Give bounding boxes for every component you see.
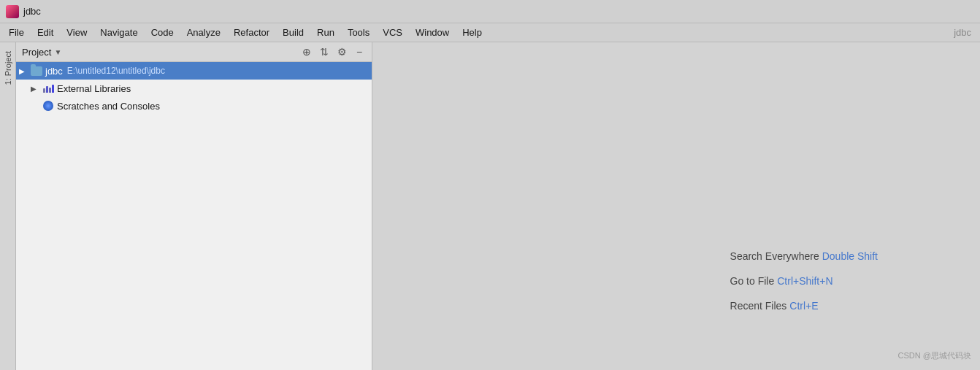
- locate-icon[interactable]: ⊕: [300, 45, 313, 58]
- menu-file[interactable]: File: [3, 26, 30, 39]
- libraries-icon: [42, 82, 54, 94]
- shortcut-recent-key: Ctrl+E: [789, 300, 818, 312]
- sort-icon[interactable]: ⇅: [318, 45, 331, 58]
- title-bar: jdbc: [0, 0, 980, 23]
- shortcut-search-text: Search Everywhere: [730, 250, 819, 262]
- jdbc-label: jdbc: [45, 66, 63, 77]
- tree-arrow-jdbc: ▶: [19, 67, 28, 75]
- panel-icons: ⊕ ⇅ ⚙ −: [300, 45, 366, 58]
- sidebar-tab[interactable]: 1: Project: [0, 42, 16, 370]
- menu-refactor[interactable]: Refactor: [228, 26, 275, 39]
- settings-icon[interactable]: ⚙: [335, 45, 348, 58]
- panel-title-dropdown-icon[interactable]: ▼: [54, 48, 61, 56]
- menu-tools[interactable]: Tools: [342, 26, 375, 39]
- app-logo: [6, 5, 19, 18]
- shortcut-goto-key: Ctrl+Shift+N: [777, 275, 832, 287]
- menu-project-name: jdbc: [948, 26, 977, 39]
- tree-item-scratches[interactable]: Scratches and Consoles: [16, 97, 372, 115]
- project-folder-icon: [31, 65, 42, 77]
- shortcut-search-key: Double Shift: [822, 250, 878, 262]
- panel-title-text: Project: [22, 47, 51, 58]
- menu-edit[interactable]: Edit: [31, 26, 59, 39]
- shortcut-search-everywhere: Search Everywhere Double Shift: [730, 250, 878, 262]
- tree-item-jdbc[interactable]: ▶ jdbc E:\untitled12\untitled\jdbc: [16, 62, 372, 80]
- shortcut-goto-text: Go to File: [730, 275, 775, 287]
- sidebar-tab-label[interactable]: 1: Project: [1, 45, 15, 90]
- tree-arrow-libraries: ▶: [31, 85, 39, 93]
- menu-view[interactable]: View: [61, 26, 93, 39]
- menu-analyze[interactable]: Analyze: [181, 26, 226, 39]
- menu-code[interactable]: Code: [145, 26, 180, 39]
- watermark: CSDN @思城代码块: [898, 350, 971, 361]
- menu-run[interactable]: Run: [311, 26, 340, 39]
- title-bar-title: jdbc: [23, 6, 41, 17]
- editor-area: Search Everywhere Double Shift Go to Fil…: [372, 42, 980, 370]
- jdbc-path: E:\untitled12\untitled\jdbc: [67, 66, 165, 76]
- scratches-label: Scratches and Consoles: [57, 101, 160, 112]
- menu-navigate[interactable]: Navigate: [94, 26, 143, 39]
- panel-header: Project ▼ ⊕ ⇅ ⚙ −: [16, 42, 372, 62]
- shortcut-recent-files: Recent Files Ctrl+E: [730, 300, 878, 312]
- menu-window[interactable]: Window: [410, 26, 455, 39]
- menu-vcs[interactable]: VCS: [377, 26, 408, 39]
- menu-build[interactable]: Build: [277, 26, 310, 39]
- shortcut-recent-text: Recent Files: [730, 300, 787, 312]
- project-tree: ▶ jdbc E:\untitled12\untitled\jdbc ▶: [16, 62, 372, 370]
- shortcut-go-to-file: Go to File Ctrl+Shift+N: [730, 275, 878, 287]
- tree-item-external-libraries[interactable]: ▶ External Libraries: [16, 80, 372, 97]
- close-panel-icon[interactable]: −: [353, 45, 366, 58]
- external-libraries-label: External Libraries: [57, 83, 131, 94]
- shortcut-block: Search Everywhere Double Shift Go to Fil…: [730, 250, 878, 312]
- menu-bar: File Edit View Navigate Code Analyze Ref…: [0, 23, 980, 42]
- panel-title: Project ▼: [22, 47, 61, 58]
- main-layout: 1: Project Project ▼ ⊕ ⇅ ⚙ − ▶: [0, 42, 980, 370]
- project-panel: Project ▼ ⊕ ⇅ ⚙ − ▶ jdbc E:\untitled12\u…: [16, 42, 372, 370]
- scratches-icon: [42, 100, 54, 112]
- menu-help[interactable]: Help: [456, 26, 488, 39]
